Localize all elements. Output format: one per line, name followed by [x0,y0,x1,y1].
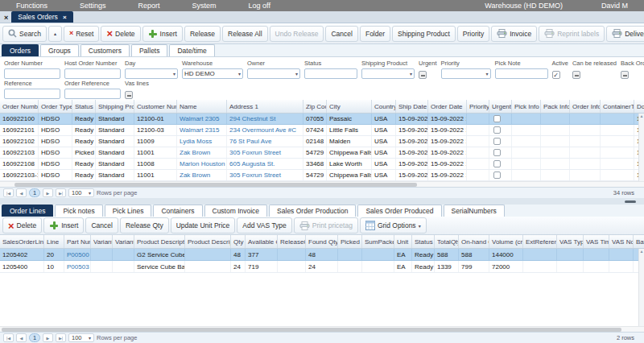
release-all-button[interactable]: Release All [222,26,268,42]
cell-part-number-link[interactable]: P00503 [64,261,91,272]
menu-item[interactable]: Report [122,2,176,10]
cancel-button[interactable]: Cancel [325,26,357,42]
prev-page-button[interactable]: ◀ [16,333,27,342]
urgent-row-checkbox[interactable] [493,115,501,122]
urgent-row-checkbox[interactable] [493,149,501,156]
column-header[interactable]: ExtReference [523,235,557,248]
can-be-released-checkbox[interactable] [572,71,580,79]
column-header[interactable]: VAS Time [584,235,609,248]
column-header[interactable]: Pick Info [512,100,541,113]
cell-address-link[interactable]: 76 St Paul Ave [227,136,303,147]
order-row[interactable]: 160922100 HDSO Ready Standard 12100-01 W… [0,114,644,125]
column-header[interactable]: VAS Note [609,235,634,248]
filter-tab[interactable]: Customers [80,44,130,56]
cell-name-link[interactable]: Marlon Houston [177,159,227,169]
rows-per-page-select[interactable]: 100 ▾ [68,333,94,342]
detail-cancel-button[interactable]: Cancel [85,217,118,233]
first-page-button[interactable]: |◀ [3,188,14,197]
line-row[interactable]: 1205400 10 P00503 Service Cube Base 24 7… [0,261,644,273]
column-header[interactable]: Urgent [489,100,512,113]
cell-name-link[interactable]: Walmart 2305 [177,114,227,124]
vertical-scrollbar[interactable]: ▲ [638,114,644,181]
insert-button[interactable]: Insert [142,26,183,42]
cell-name-link[interactable]: Lydia Moss [177,136,227,147]
back-order-checkbox[interactable] [621,71,629,79]
column-header[interactable]: ContainerType [601,100,634,113]
cell-address-link[interactable]: 305 Foxrun Street [227,147,303,158]
column-header[interactable]: Order Type [39,100,72,113]
detail-grid-options-button[interactable]: Grid Options ▾ [360,217,427,233]
delete-button[interactable]: × Delete [101,26,140,42]
column-header[interactable]: City [327,100,372,113]
delivery-note-button[interactable]: DeliveryNote [606,26,644,42]
detail-delete-button[interactable]: × Delete [2,217,42,233]
cell-name-link[interactable]: Zak Brown [177,147,227,158]
order-row[interactable]: 160922101 HDSO Ready Standard 12100-03 W… [0,125,644,136]
column-header[interactable]: SalesOrderLineId [0,235,44,248]
order-row[interactable]: 160922102 HDSO Ready Standard 11009 Lydi… [0,136,644,147]
shipping-product-select[interactable]: ▾ [361,68,415,79]
scroll-up-icon[interactable]: ▲ [639,249,644,254]
column-header[interactable]: Picked Qty [338,235,362,248]
column-header[interactable]: ReleaseQty [278,235,306,248]
detail-tab[interactable]: Order Lines [2,205,53,217]
column-header[interactable]: Customer Number [134,100,177,113]
detail-tab[interactable]: Sales Order Produced [357,205,441,217]
column-header[interactable]: Product Description [134,235,185,248]
warehouse-indicator[interactable]: Warehouse (HD DEMO) [485,2,563,10]
cell-address-link[interactable]: 605 Augusta St. [227,159,303,169]
release-button[interactable]: Release [184,26,221,42]
last-page-button[interactable]: ▶| [56,188,66,197]
column-header[interactable]: Name [177,100,227,113]
detail-tab[interactable]: Sales Order Production [269,205,356,217]
close-tab-icon[interactable]: × [63,14,67,21]
day-select[interactable]: ▾ [125,68,178,79]
next-page-button[interactable]: ▶ [43,188,53,197]
search-options-button[interactable]: ▴ [48,26,62,42]
search-button[interactable]: Search [2,26,47,42]
host-order-number-input[interactable] [64,68,121,79]
urgent-checkbox[interactable] [419,71,427,79]
priority-select[interactable]: ▾ [441,68,491,79]
first-page-button[interactable]: |◀ [3,333,14,342]
menu-item[interactable]: Settings [64,2,122,10]
urgent-row-checkbox[interactable] [493,138,501,145]
collapse-handle[interactable] [625,200,636,203]
rows-per-page-select[interactable]: 100 ▾ [68,188,94,197]
cell-part-number-link[interactable]: P00500 [64,249,91,260]
column-header[interactable]: Status [412,235,435,248]
column-header[interactable]: Product Description 2 [185,235,231,248]
cell-name-link[interactable]: Walmart 2315 [177,125,227,135]
detail-tab[interactable]: Custom Invoice [204,205,268,217]
detail-tab[interactable]: SerialNumbers [444,205,505,217]
column-header[interactable]: SumPackedQty [362,235,394,248]
detail-tab[interactable]: Pick Lines [105,205,152,217]
add-vas-type-button[interactable]: Add VAS Type [237,217,292,233]
shipping-product-button[interactable]: Shipping Product [392,26,456,42]
scroll-up-icon[interactable]: ▲ [639,114,644,119]
detail-tab[interactable]: Containers [153,205,202,217]
column-header[interactable]: Order Date [428,100,467,113]
order-row[interactable]: 160922103 HDSO Picked Standard 11001 Zak… [0,147,644,159]
column-header[interactable]: Volume (cm3) [489,235,523,248]
column-header[interactable]: Download to V [634,100,644,113]
menu-item[interactable]: Functions [0,2,64,10]
column-header[interactable]: Order Number [0,100,39,113]
reference-input[interactable] [4,89,60,99]
column-header[interactable]: Priority [467,100,489,113]
cell-address-link[interactable]: 234 Overmount Ave #C [227,125,303,135]
update-unit-price-button[interactable]: Update Unit Price [171,217,236,233]
horizontal-scrollbar[interactable] [0,326,644,332]
tab-sales-orders[interactable]: Sales Orders × [11,11,72,23]
order-row[interactable]: 160922103-1 HDSO Ready Standard 11001 Za… [0,170,644,181]
folder-button[interactable]: Folder [360,26,390,42]
column-header[interactable]: Found Qty [306,235,338,248]
cell-address-link[interactable]: 294 Chestnut St [227,114,303,124]
column-header[interactable]: Order Info [570,100,601,113]
column-header[interactable]: On-hand Qty [459,235,489,248]
status-input[interactable] [304,68,357,79]
order-reference-input[interactable] [64,89,121,99]
column-header[interactable]: Variant 2 [113,235,134,248]
prev-page-button[interactable]: ◀ [16,188,27,197]
priority-button[interactable]: Priority [457,26,489,42]
